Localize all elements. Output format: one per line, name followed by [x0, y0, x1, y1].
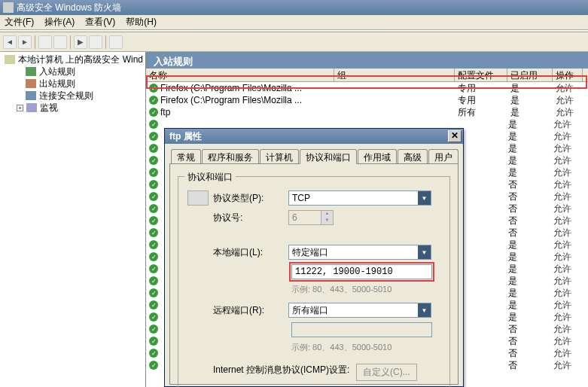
col-name[interactable]: 名称: [146, 69, 334, 81]
back-button[interactable]: ◄: [3, 35, 17, 49]
col-group[interactable]: 组: [334, 69, 455, 81]
table-row[interactable]: 是允许: [452, 251, 588, 263]
row-profile: 专用: [455, 94, 507, 107]
table-row[interactable]: 是允许: [452, 239, 588, 251]
title-bar: 高级安全 Windows 防火墙: [0, 0, 588, 15]
row-enabled: 是: [505, 263, 550, 276]
check-icon: ✓: [149, 216, 158, 225]
table-row[interactable]: ✓: [146, 227, 164, 239]
table-row[interactable]: ✓: [146, 299, 164, 311]
toolbar-icon-1[interactable]: [38, 35, 52, 49]
row-enabled: 否: [505, 335, 550, 348]
close-button[interactable]: ✕: [448, 130, 462, 142]
tab-users[interactable]: 用户: [428, 149, 459, 164]
table-row[interactable]: ✓: [146, 263, 164, 275]
table-row[interactable]: ✓: [146, 251, 164, 263]
table-row[interactable]: ✓: [146, 311, 164, 323]
dialog-title-bar[interactable]: ftp 属性 ✕: [165, 129, 463, 144]
table-row[interactable]: 是允许: [452, 130, 588, 142]
local-port-type-dropdown[interactable]: 特定端口 ▼: [288, 245, 431, 260]
check-icon: ✓: [149, 84, 158, 93]
icmp-row: Internet 控制消息协议(ICMP)设置: 自定义(C)...: [187, 364, 440, 381]
tab-scope[interactable]: 作用域: [358, 149, 397, 164]
table-row[interactable]: 是允许: [452, 275, 588, 287]
table-row[interactable]: 是允许: [452, 154, 588, 166]
window-title: 高级安全 Windows 防火墙: [17, 2, 121, 14]
table-row[interactable]: ✓: [146, 239, 164, 251]
protocol-type-dropdown[interactable]: TCP ▼: [288, 190, 431, 206]
table-row[interactable]: 否允许: [452, 190, 588, 203]
table-row[interactable]: 是允许: [452, 263, 588, 275]
check-icon: ✓: [149, 180, 158, 189]
protocol-number-label: 协议号:: [213, 212, 288, 224]
forward-button[interactable]: ►: [18, 35, 32, 49]
toolbar-icon-2[interactable]: [53, 35, 67, 49]
table-row[interactable]: 否允许: [452, 178, 588, 190]
table-row[interactable]: ✓Firefox (C:\Program Files\Mozilla ... 专…: [146, 82, 588, 94]
col-profile[interactable]: 配置文件: [455, 69, 507, 81]
remote-port-type-dropdown[interactable]: 所有端口 ▼: [288, 303, 431, 318]
connsec-icon: [26, 91, 36, 100]
table-row[interactable]: ✓: [146, 178, 164, 190]
table-row[interactable]: 否允许: [452, 347, 588, 359]
table-row[interactable]: 否允许: [452, 203, 588, 215]
toolbar-icon-5[interactable]: [109, 35, 123, 49]
col-enabled[interactable]: 已启用: [507, 69, 553, 81]
table-row[interactable]: ✓: [146, 190, 164, 203]
tree-connsec[interactable]: 连接安全规则: [2, 90, 144, 102]
table-row[interactable]: ✓: [146, 215, 164, 227]
spinner-up-icon[interactable]: ▲: [321, 211, 333, 218]
table-row[interactable]: ✓: [146, 142, 164, 154]
tab-programs[interactable]: 程序和服务: [202, 149, 259, 164]
menu-view[interactable]: 查看(V): [85, 16, 115, 29]
table-row[interactable]: ✓: [146, 154, 164, 166]
tab-advanced[interactable]: 高级: [398, 149, 428, 164]
col-action[interactable]: 操作: [553, 69, 583, 81]
tab-general[interactable]: 常规: [171, 149, 201, 164]
table-row[interactable]: ✓: [146, 335, 164, 347]
local-port-input[interactable]: [291, 264, 432, 279]
expand-icon[interactable]: +: [17, 105, 23, 111]
table-row[interactable]: 否允许: [452, 323, 588, 335]
table-row[interactable]: 是允许: [452, 118, 588, 130]
row-enabled: 否: [505, 215, 550, 227]
protocol-number-spinner[interactable]: 6 ▲▼: [288, 210, 334, 225]
toolbar-icon-4[interactable]: [89, 35, 102, 49]
menu-help[interactable]: 帮助(H): [126, 16, 157, 29]
table-row[interactable]: 否允许: [452, 215, 588, 227]
tree-root[interactable]: 本地计算机 上的高级安全 Wind: [2, 53, 144, 66]
tree-inbound[interactable]: 入站规则: [2, 66, 144, 78]
tab-protocols[interactable]: 协议和端口: [300, 149, 357, 164]
row-profile: 所有: [455, 106, 507, 119]
table-row[interactable]: ✓: [146, 323, 164, 335]
menu-file[interactable]: 文件(F): [5, 16, 34, 29]
table-row[interactable]: 是允许: [452, 287, 588, 299]
table-row[interactable]: ✓: [146, 359, 164, 371]
table-row[interactable]: ✓: [146, 130, 164, 142]
table-row[interactable]: ✓Firefox (C:\Program Files\Mozilla ... 专…: [146, 94, 588, 106]
table-row[interactable]: ✓: [146, 347, 164, 359]
menu-action[interactable]: 操作(A): [44, 16, 75, 29]
table-row[interactable]: ✓: [146, 118, 164, 130]
toolbar-icon-3[interactable]: ▶: [74, 35, 87, 49]
table-row[interactable]: ✓: [146, 203, 164, 215]
table-row[interactable]: ✓: [146, 166, 164, 178]
tree-monitor[interactable]: + 监视: [2, 102, 144, 114]
table-row[interactable]: 否允许: [452, 359, 588, 371]
table-row[interactable]: 否允许: [452, 335, 588, 347]
spinner-down-icon[interactable]: ▼: [321, 218, 333, 224]
table-row[interactable]: ✓: [146, 275, 164, 287]
check-icon: ✓: [149, 120, 158, 129]
table-row-ftp[interactable]: ✓ftp 所有 是 允许: [146, 106, 588, 118]
table-row[interactable]: 是允许: [452, 166, 588, 178]
tree-outbound[interactable]: 出站规则: [2, 78, 144, 90]
tree-monitor-label: 监视: [40, 102, 58, 114]
table-row[interactable]: ✓: [146, 287, 164, 299]
row-action: 允许: [550, 299, 580, 312]
table-row[interactable]: 是允许: [452, 299, 588, 311]
tab-computers[interactable]: 计算机: [260, 149, 299, 164]
table-row[interactable]: 是允许: [452, 142, 588, 154]
separator: [70, 35, 71, 49]
table-row[interactable]: 是允许: [452, 311, 588, 323]
table-row[interactable]: 否允许: [452, 227, 588, 239]
